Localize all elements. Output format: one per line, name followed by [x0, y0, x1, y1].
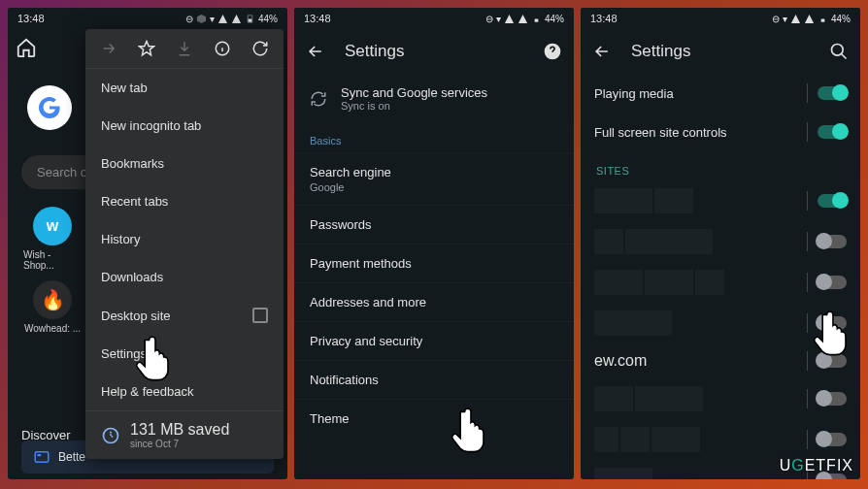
setting-fullscreen[interactable]: Full screen site controls [581, 113, 860, 151]
settings-search-engine[interactable]: Search engine Google [294, 152, 574, 205]
site-toggle[interactable] [818, 276, 847, 289]
status-time: 13:48 [590, 13, 618, 24]
site-row[interactable] [594, 262, 847, 303]
help-icon[interactable] [543, 42, 562, 61]
site-row-ew[interactable]: ew.com [594, 343, 847, 378]
menu-data-saved[interactable]: 131 MB saved since Oct 7 [85, 410, 284, 459]
settings-header: Settings [294, 29, 574, 74]
menu-bookmarks[interactable]: Bookmarks [85, 145, 284, 182]
site-row[interactable] [594, 419, 847, 460]
overflow-menu: New tab New incognito tab Bookmarks Rece… [85, 29, 284, 459]
page-title: Settings [631, 42, 810, 61]
phone-screenshot-2: 13:48 ⊖▾ 44% Settings Sync and Google se… [294, 8, 574, 479]
site-toggle[interactable] [818, 316, 847, 330]
site-row[interactable] [594, 221, 847, 262]
site-row[interactable] [594, 303, 847, 343]
download-icon[interactable] [175, 39, 194, 58]
sync-icon [310, 90, 327, 108]
refresh-icon[interactable] [250, 39, 270, 58]
svg-rect-7 [821, 18, 825, 21]
phone-screenshot-3: 13:48 ⊖▾ 44% Settings Playing media Full… [581, 8, 860, 479]
status-bar: 13:48 ⊖▾ 44% [294, 8, 574, 29]
toggle-playing-media[interactable] [818, 86, 847, 100]
data-saver-icon [101, 426, 120, 445]
site-row[interactable] [594, 180, 847, 221]
settings-passwords[interactable]: Passwords [294, 205, 574, 244]
site-row[interactable] [594, 378, 847, 419]
status-icons: ⊖▾ 44% [485, 14, 564, 24]
menu-new-incognito[interactable]: New incognito tab [85, 107, 284, 145]
home-icon[interactable] [16, 37, 37, 58]
desktop-site-checkbox[interactable] [252, 308, 268, 323]
menu-settings[interactable]: Settings [85, 335, 284, 373]
status-bar: 13:48 ⊖ ▾ 44% [8, 8, 287, 29]
news-icon [33, 448, 50, 466]
google-logo [27, 85, 72, 130]
phone-screenshot-1: 13:48 ⊖ ▾ 44% Search or w Wish - Shop...… [8, 8, 287, 479]
svg-rect-0 [249, 18, 252, 21]
shortcut-wish[interactable]: w Wish - Shop... [23, 207, 82, 271]
svg-rect-5 [535, 18, 539, 21]
status-bar: 13:48 ⊖▾ 44% [581, 8, 860, 29]
svg-point-8 [832, 45, 844, 56]
site-toggle[interactable] [818, 392, 847, 406]
back-icon[interactable] [592, 42, 612, 61]
toggle-fullscreen[interactable] [818, 125, 847, 139]
site-toggle[interactable] [818, 433, 847, 446]
shortcut-wowhead[interactable]: 🔥 Wowhead: ... [23, 280, 82, 334]
section-sites: SITES [581, 151, 860, 180]
site-toggle[interactable] [818, 235, 847, 248]
svg-rect-1 [35, 452, 49, 463]
menu-downloads[interactable]: Downloads [85, 258, 284, 296]
settings-notifications[interactable]: Notifications [294, 360, 574, 399]
setting-playing-media[interactable]: Playing media [581, 74, 860, 113]
status-icons: ⊖ ▾ 44% [185, 14, 278, 24]
watermark: UGETFIX [780, 457, 853, 474]
site-toggle[interactable] [818, 354, 847, 368]
menu-help[interactable]: Help & feedback [85, 373, 284, 410]
menu-desktop-site[interactable]: Desktop site [85, 296, 284, 335]
search-icon[interactable] [829, 42, 849, 61]
menu-recent-tabs[interactable]: Recent tabs [85, 182, 284, 220]
settings-payment[interactable]: Payment methods [294, 244, 574, 282]
status-time: 13:48 [17, 13, 45, 24]
info-icon[interactable] [213, 39, 232, 58]
settings-addresses[interactable]: Addresses and more [294, 282, 574, 321]
page-title: Settings [345, 42, 523, 61]
site-toggle[interactable] [818, 194, 847, 208]
menu-new-tab[interactable]: New tab [85, 69, 284, 107]
sync-item[interactable]: Sync and Google services Sync is on [294, 74, 574, 123]
settings-theme[interactable]: Theme [294, 399, 574, 438]
status-battery: 44% [258, 14, 278, 24]
status-icons: ⊖▾ 44% [772, 14, 851, 24]
settings-header: Settings [581, 29, 860, 74]
section-basics: Basics [294, 123, 574, 152]
star-icon[interactable] [137, 39, 156, 58]
menu-history[interactable]: History [85, 220, 284, 258]
settings-privacy[interactable]: Privacy and security [294, 321, 574, 360]
status-time: 13:48 [304, 13, 331, 24]
forward-icon[interactable] [99, 39, 118, 58]
svg-rect-2 [38, 454, 42, 456]
back-icon[interactable] [306, 42, 325, 61]
